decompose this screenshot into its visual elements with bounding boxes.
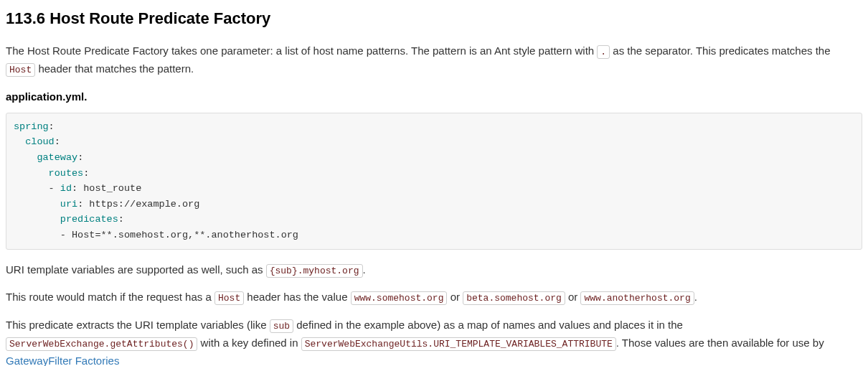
- yaml-code-block: spring: cloud: gateway: routes: - id: ho…: [6, 113, 862, 250]
- yaml-key: gateway: [37, 152, 77, 163]
- yaml-key: id: [60, 183, 72, 194]
- uri-tmpl-text-1: URI template variables are supported as …: [6, 263, 266, 276]
- host-value-1: www.somehost.org: [351, 291, 448, 305]
- uri-template-paragraph: URI template variables are supported as …: [6, 261, 862, 279]
- filename-label: application.yml.: [6, 88, 862, 105]
- host-value-3: www.anotherhost.org: [580, 291, 694, 305]
- yaml-value: - Host=**.somehost.org,**.anotherhost.or…: [60, 230, 298, 240]
- intro-paragraph: The Host Route Predicate Factory takes o…: [6, 42, 862, 78]
- gateway-filter-link[interactable]: GatewayFilter Factories: [6, 355, 119, 366]
- extract-text-1: This predicate extracts the URI template…: [6, 319, 270, 331]
- yaml-key: routes: [49, 168, 84, 179]
- yaml-key: predicates: [60, 214, 118, 225]
- extract-paragraph: This predicate extracts the URI template…: [6, 316, 862, 366]
- intro-text-3: header that matches the pattern.: [35, 62, 194, 75]
- host-code: Host: [6, 63, 35, 77]
- yaml-key: cloud: [25, 136, 55, 147]
- intro-text-1: The Host Route Predicate Factory takes o…: [6, 44, 597, 57]
- attr-code: ServerWebExchange.getAttributes(): [6, 337, 197, 351]
- extract-text-4: . Those values are then available for us…: [616, 337, 824, 349]
- uri-tmpl-text-2: .: [363, 263, 366, 276]
- route-match-text-1: This route would match if the request ha…: [6, 291, 214, 303]
- yaml-key: spring: [14, 121, 49, 132]
- route-match-paragraph: This route would match if the request ha…: [6, 288, 862, 306]
- extract-text-2: defined in the example above) as a map o…: [293, 319, 683, 331]
- section-heading: 113.6 Host Route Predicate Factory: [6, 6, 862, 31]
- host-code-2: Host: [214, 291, 244, 305]
- intro-text-2: as the separator. This predicates matche…: [610, 44, 830, 57]
- yaml-value: https://example.org: [83, 199, 199, 210]
- extract-text-3: with a key defined in: [197, 337, 301, 349]
- yaml-key: uri: [60, 199, 77, 210]
- yaml-value: host_route: [77, 183, 141, 194]
- route-match-end: .: [694, 291, 697, 303]
- dot-code: .: [597, 45, 610, 59]
- uri-tmpl-code: {sub}.myhost.org: [266, 264, 363, 278]
- or-text-1: or: [447, 291, 463, 303]
- key-code: ServerWebExchangeUtils.URI_TEMPLATE_VARI…: [301, 337, 616, 351]
- route-match-text-2: header has the value: [244, 291, 350, 303]
- or-text-2: or: [565, 291, 581, 303]
- host-value-2: beta.somehost.org: [463, 291, 565, 305]
- sub-code: sub: [270, 319, 293, 333]
